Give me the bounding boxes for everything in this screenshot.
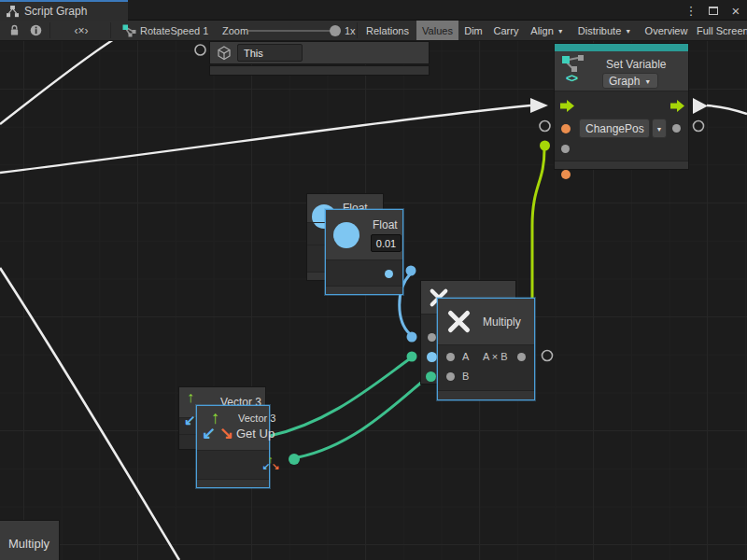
multiply-node[interactable]: Multiply A A × B B	[437, 298, 535, 400]
chevron-down-icon: ▼	[625, 28, 631, 35]
multiply-input-a-port[interactable]	[446, 353, 455, 361]
chevron-down-icon: ▼	[656, 126, 663, 133]
chevron-down-icon: ▼	[644, 78, 651, 85]
graph-tab-icon	[7, 6, 19, 18]
zoom-label: Zoom	[222, 21, 248, 40]
wire-lime-endpoint[interactable]	[540, 141, 550, 151]
multiply-back-port-b[interactable]	[427, 352, 437, 362]
distribute-button[interactable]: Distribute ▼	[571, 21, 639, 40]
wire-white-to-setvariable[interactable]	[0, 105, 530, 173]
graph-toolbar: ‹×› RotateSpeed 1 Zoom 1x Relations	[0, 21, 747, 41]
arrow-downright-icon: ↘	[219, 425, 233, 441]
float-footer	[326, 286, 402, 294]
align-button[interactable]: Align ▼	[525, 21, 570, 40]
variable-kind-value: Graph	[609, 75, 640, 88]
variable-name-value: ChangePos	[585, 122, 644, 135]
float-value-input[interactable]: 0.01	[371, 234, 402, 252]
zoom-slider-handle[interactable]	[330, 25, 341, 36]
port-circle-setvar-right[interactable]	[694, 121, 704, 132]
graph-breadcrumb-icon	[120, 21, 138, 40]
arrow-up-icon: ↑	[187, 390, 194, 405]
this-node-footer	[209, 65, 430, 76]
tab-bar: Script Graph ⋮ ×	[0, 0, 747, 21]
values-button[interactable]: Values	[416, 21, 458, 40]
wire-blue-start[interactable]	[406, 266, 416, 276]
wire-white-topleft[interactable]	[0, 39, 114, 124]
set-variable-graph-icon	[561, 54, 585, 73]
wire-teal-a[interactable]	[270, 359, 409, 436]
wire-arrowhead-in	[530, 98, 548, 113]
output-value-port[interactable]	[672, 124, 681, 133]
script-graph-window: This <> Set Variable Graph ▼	[0, 0, 747, 560]
float-output-port[interactable]	[385, 270, 393, 278]
port-circle-multiply-out[interactable]	[543, 351, 553, 361]
wire-white-right[interactable]	[707, 105, 747, 114]
multiply-x-icon	[446, 309, 472, 334]
vector3-output-icon[interactable]: ↘	[272, 462, 279, 471]
vector3-title: Vector 3	[238, 413, 275, 424]
info-icon	[30, 24, 42, 36]
port-circle-setvar-left[interactable]	[540, 121, 550, 132]
variable-name-dropdown-button[interactable]: ▼	[652, 119, 667, 138]
dim-button[interactable]: Dim	[459, 21, 487, 40]
tab-title: Script Graph	[24, 5, 87, 18]
tab-script-graph[interactable]: Script Graph	[0, 0, 128, 21]
window-close-button[interactable]: ×	[726, 0, 746, 21]
this-node[interactable]: This	[209, 41, 430, 64]
multiply-input-b-port[interactable]	[446, 372, 455, 381]
multiply-result-port[interactable]	[517, 353, 526, 361]
close-icon: ×	[732, 3, 740, 19]
vector3-output-icon[interactable]: ↙	[262, 462, 270, 471]
full-screen-button[interactable]: Full Screen	[694, 21, 747, 40]
multiply-footer	[438, 390, 534, 399]
set-variable-title: Set Variable	[606, 58, 666, 71]
graph-name: RotateSpeed 1	[140, 25, 208, 36]
relations-button[interactable]: Relations	[360, 21, 415, 40]
chevron-down-icon: ▼	[557, 28, 564, 35]
this-object-field[interactable]: This	[237, 44, 303, 62]
arrow-downleft-icon: ↙	[184, 413, 196, 427]
code-preview-button[interactable]: ‹×›	[67, 21, 95, 40]
multiply-node-partial[interactable]: Multiply	[0, 520, 60, 560]
wire-teal-b[interactable]	[298, 377, 428, 457]
get-up-subtitle: Get Up	[236, 427, 275, 441]
wire-white-diagonal[interactable]	[0, 268, 179, 560]
port-circle-this[interactable]	[195, 45, 205, 55]
multiply-partial-title: Multiply	[8, 537, 49, 551]
info-button[interactable]	[25, 21, 46, 40]
zoom-slider-track[interactable]	[248, 30, 334, 32]
multiply-back-port-c[interactable]	[426, 371, 436, 382]
wire-blue-end[interactable]	[407, 332, 417, 343]
get-up-node[interactable]: ↑ ↙ ↘ Vector 3 Get Up ↑ ↙ ↘	[196, 405, 270, 488]
window-menu-button[interactable]: ⋮	[682, 0, 700, 21]
variable-name-field[interactable]: ChangePos	[579, 119, 650, 138]
set-variable-node[interactable]: <> Set Variable Graph ▼ ChangePos ▼	[554, 43, 689, 170]
flow-output-arrow[interactable]	[670, 100, 684, 112]
breadcrumb[interactable]: RotateSpeed 1	[140, 21, 208, 40]
set-variable-footer	[555, 161, 688, 169]
cube-icon	[217, 46, 232, 61]
float-value: 0.01	[376, 238, 396, 249]
wire-teal-b-start[interactable]	[289, 454, 300, 465]
multiply-result-label: A × B	[483, 351, 508, 362]
float-node[interactable]: Float 0.01	[325, 209, 403, 295]
window-maximize-button[interactable]	[703, 0, 724, 21]
lock-button[interactable]	[4, 21, 24, 40]
float-title: Float	[373, 218, 398, 231]
code-preview-icon: ‹×›	[75, 24, 89, 37]
maximize-icon	[709, 7, 718, 15]
carry-button[interactable]: Carry	[488, 21, 524, 40]
arrow-downleft-icon: ↙	[202, 425, 216, 441]
overview-button[interactable]: Overview	[640, 21, 693, 40]
fallback-value-port[interactable]	[561, 145, 570, 153]
lock-icon	[9, 24, 20, 36]
variable-port[interactable]	[561, 170, 571, 179]
variable-kind-dropdown[interactable]: Graph ▼	[602, 73, 658, 89]
multiply-back-port-a[interactable]	[428, 333, 436, 342]
float-icon	[333, 222, 359, 248]
wire-lime[interactable]	[532, 149, 544, 313]
flow-input-arrow[interactable]	[560, 100, 574, 112]
wire-arrowhead-out	[693, 98, 708, 114]
variable-input-port[interactable]	[561, 124, 571, 133]
wire-teal-a-end[interactable]	[407, 352, 417, 362]
